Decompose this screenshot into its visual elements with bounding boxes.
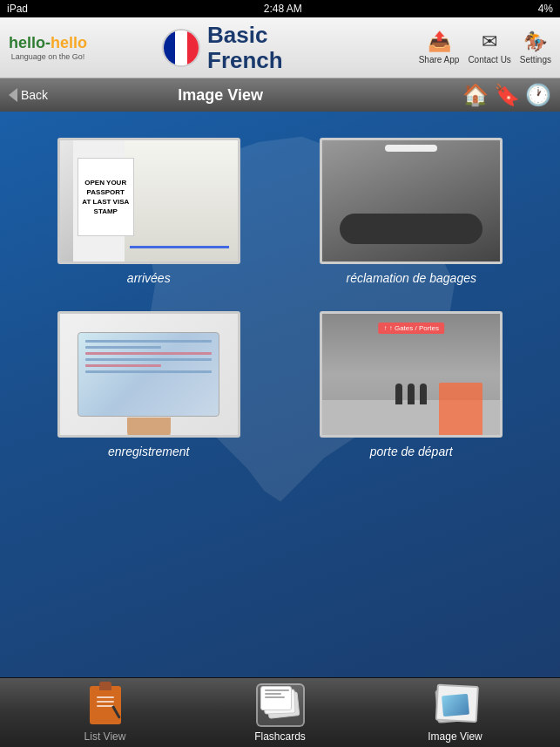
back-label: Back	[21, 88, 48, 102]
nav-title: Image View	[57, 86, 384, 105]
mail-icon: ✉	[482, 31, 497, 53]
image-card-registration[interactable]: enregistrement	[44, 311, 254, 458]
arrivals-label: arrivées	[127, 271, 171, 285]
gate-sign: ↑ ↑ Gates / Portes	[378, 323, 444, 334]
settings-button[interactable]: 🏇 Settings	[520, 31, 551, 65]
back-button[interactable]: Back	[9, 88, 48, 102]
header-actions: 📤 Share App ✉ Contact Us 🏇 Settings	[419, 31, 551, 65]
main-content: OPEN YOUR PASSPORT AT LAST VISA STAMP ar…	[0, 112, 560, 677]
departure-label: porte de départ	[370, 445, 453, 458]
battery-indicator: 4%	[538, 3, 553, 15]
tab-flashcards[interactable]: Flashcards	[192, 683, 368, 743]
departure-image: ↑ ↑ Gates / Portes	[320, 311, 503, 438]
header-title-block: Basic French	[26, 23, 419, 72]
tab-image-view[interactable]: Image View	[368, 683, 543, 743]
app-title: Basic French	[207, 23, 283, 72]
share-label: Share App	[419, 55, 460, 65]
image-card-baggage[interactable]: réclamation de bagages	[307, 138, 517, 285]
arrivals-image: OPEN YOUR PASSPORT AT LAST VISA STAMP	[57, 138, 240, 264]
rope-barrier	[130, 246, 229, 248]
tab-list-view[interactable]: List View	[17, 683, 192, 743]
share-icon: 📤	[428, 31, 451, 53]
image-card-arrivals[interactable]: OPEN YOUR PASSPORT AT LAST VISA STAMP ar…	[44, 138, 254, 285]
image-view-label: Image View	[428, 730, 482, 743]
image-card-departure[interactable]: ↑ ↑ Gates / Portes porte de départ	[307, 311, 517, 458]
nav-bar: Back Image View 🏠 🔖 🕐	[0, 78, 560, 112]
bookmark-icon[interactable]: 🔖	[494, 83, 520, 107]
baggage-image	[320, 138, 503, 264]
baggage-label: réclamation de bagages	[347, 271, 476, 285]
home-icon[interactable]: 🏠	[462, 83, 489, 107]
tab-bar: List View Flashcards	[0, 677, 560, 747]
image-grid: OPEN YOUR PASSPORT AT LAST VISA STAMP ar…	[26, 129, 534, 467]
app-header: hello-hello Language on the Go! Basic Fr…	[0, 17, 560, 78]
france-flag	[162, 29, 200, 67]
clipboard-icon	[90, 686, 121, 724]
settings-label: Settings	[520, 55, 551, 65]
device-label: iPad	[7, 3, 28, 15]
registration-image	[57, 311, 240, 438]
clock-icon[interactable]: 🕐	[525, 83, 551, 107]
gate-people	[395, 384, 427, 404]
settings-icon: 🏇	[523, 31, 547, 53]
contact-us-button[interactable]: ✉ Contact Us	[468, 31, 510, 65]
back-arrow-icon	[9, 88, 17, 102]
contact-label: Contact Us	[468, 55, 510, 65]
time-display: 2:48 AM	[264, 3, 302, 15]
registration-label: enregistrement	[108, 445, 189, 458]
carousel	[322, 140, 500, 261]
flashcards-icon	[259, 686, 302, 724]
image-view-icon-area	[434, 683, 477, 727]
boarding-pass	[78, 332, 219, 417]
flashcards-label: Flashcards	[254, 730, 306, 743]
list-view-icon-area	[84, 683, 127, 727]
share-app-button[interactable]: 📤 Share App	[419, 31, 460, 65]
hand-holding	[127, 418, 171, 438]
passport-sign: OPEN YOUR PASSPORT AT LAST VISA STAMP	[78, 158, 134, 236]
carousel-belt	[340, 214, 482, 244]
gate-interior: ↑ ↑ Gates / Portes	[322, 314, 500, 435]
status-bar: iPad 2:48 AM 4%	[0, 0, 560, 17]
nav-icons: 🏠 🔖 🕐	[462, 83, 551, 107]
photo-icon	[435, 687, 476, 723]
list-view-label: List View	[84, 730, 126, 743]
flashcards-icon-area	[259, 683, 302, 727]
